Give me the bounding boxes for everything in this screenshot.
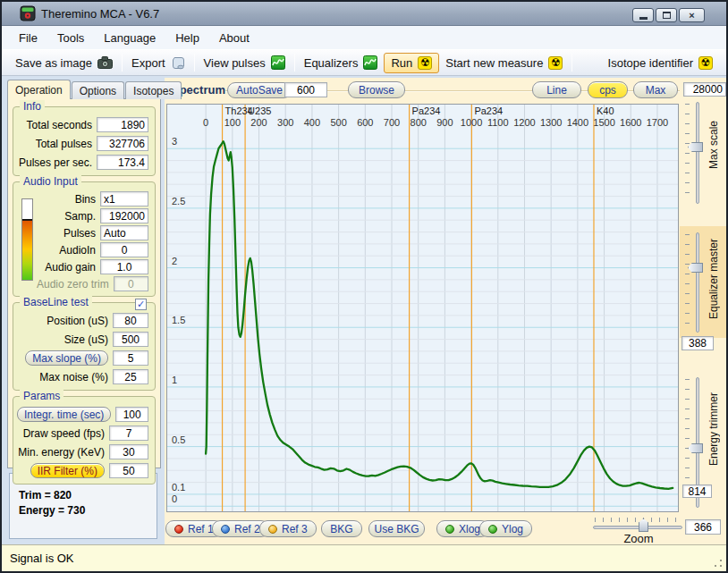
equalizer-master-label: Equalizer master <box>707 239 720 319</box>
operation-tab-page: InfoTotal seconds1890Total pulses327706P… <box>7 98 161 468</box>
zoom-slider-track[interactable] <box>593 526 682 529</box>
min-energy-kev-label: Min. energy (KeV) <box>18 446 105 459</box>
energy-trimmer-label: Energy trimmer <box>707 392 720 466</box>
run-button[interactable]: Run ☢ <box>384 53 439 73</box>
zoom-label: Zoom <box>615 532 662 545</box>
green-dot-icon <box>445 525 454 534</box>
tab-operation[interactable]: Operation <box>7 80 71 99</box>
menu-tools[interactable]: Tools <box>47 28 94 48</box>
pulses-label: Pulses <box>63 227 96 240</box>
y-axis-tick-label: 2 <box>172 256 177 266</box>
status-text: Signal is OK <box>10 552 74 565</box>
audio-group-title: Audio Input <box>20 175 81 188</box>
iir-filter-value[interactable]: 50 <box>109 463 148 478</box>
zoom-value[interactable]: 366 <box>685 519 721 535</box>
isotope-identifier-label: Isotope identifier <box>608 56 693 70</box>
audio-zero-trim-value[interactable]: 0 <box>114 276 148 291</box>
baseline-checkbox[interactable]: ✓ <box>135 299 147 310</box>
spectrum-plot: Th234U235Pa234Pa234K40010020030040050060… <box>167 105 678 511</box>
menu-file[interactable]: File <box>9 28 47 48</box>
audioin-label: AudioIn <box>59 244 96 257</box>
ref2-label: Ref 2 <box>234 523 260 535</box>
app-window: Theremino MCA - V6.7 × File Tools Langua… <box>0 0 728 573</box>
ylog-button[interactable]: Ylog <box>479 520 532 537</box>
x-axis-tick-label: 1100 <box>487 117 509 128</box>
integr-time-sec-button[interactable]: Integr. time (sec) <box>17 407 111 422</box>
max-noise-value[interactable]: 25 <box>113 369 148 384</box>
isotope-marker-label: U235 <box>248 105 271 116</box>
energy-trimmer-value[interactable]: 814 <box>682 485 712 498</box>
max-mode-button[interactable]: Max <box>633 81 678 98</box>
max-scale-value[interactable]: 28000 <box>683 82 726 97</box>
minimize-icon <box>639 17 648 20</box>
close-button[interactable]: × <box>679 8 705 22</box>
use-bkg-button[interactable]: Use BKG <box>368 520 425 537</box>
export-label: Export <box>131 56 165 70</box>
view-pulses-button[interactable]: View pulses <box>198 53 292 72</box>
isotope-identifier-button[interactable]: Isotope identifier ☢ <box>602 54 719 72</box>
browse-button[interactable]: Browse <box>348 81 405 98</box>
max-slope-button[interactable]: Max slope (%) <box>25 350 108 366</box>
toolbar-separator <box>194 54 195 72</box>
maximize-button[interactable] <box>656 8 677 22</box>
bins-value[interactable]: x1 <box>100 191 148 206</box>
baseline-group-title: BaseLine test <box>20 296 92 308</box>
iir-filter-button[interactable]: IIR Filter (%) <box>30 463 105 478</box>
size-us-label: Size (uS) <box>64 333 108 346</box>
x-axis-tick-label: 600 <box>357 117 373 128</box>
autosave-interval-input[interactable]: 600 <box>284 82 327 97</box>
x-axis-tick-label: 900 <box>436 117 453 128</box>
menu-language[interactable]: Language <box>94 28 165 48</box>
equalizers-button[interactable]: Equalizers <box>298 53 385 72</box>
params-group-title: Params <box>20 390 63 402</box>
audio-gain-value[interactable]: 1.0 <box>100 259 148 274</box>
y-axis-tick-label: 0.5 <box>172 434 185 445</box>
integr-time-sec-value[interactable]: 100 <box>115 407 148 422</box>
ref3-button[interactable]: Ref 3 <box>259 520 317 537</box>
energy-value: Energy = 730 <box>19 503 157 518</box>
minimize-button[interactable] <box>632 8 654 22</box>
camera-icon <box>97 56 113 69</box>
size-us-value[interactable]: 500 <box>113 332 148 347</box>
start-new-measure-label: Start new measure <box>445 56 543 70</box>
total-seconds-label: Total seconds <box>27 119 92 131</box>
info-group: InfoTotal seconds1890Total pulses327706P… <box>13 106 156 176</box>
x-axis-tick-label: 500 <box>330 117 346 128</box>
pulse-wave-icon <box>271 55 285 70</box>
min-energy-kev-value[interactable]: 30 <box>109 444 148 459</box>
toolbar-separator <box>571 54 572 72</box>
save-as-image-button[interactable]: Save as image <box>9 54 119 72</box>
export-button[interactable]: Export <box>125 54 191 72</box>
menu-about[interactable]: About <box>209 28 259 48</box>
equalizer-slider-track[interactable] <box>696 232 699 333</box>
total-pulses-value[interactable]: 327706 <box>97 136 148 151</box>
total-seconds-value[interactable]: 1890 <box>97 117 148 132</box>
params-group: ParamsIntegr. time (sec)100Draw speed (f… <box>13 396 156 485</box>
samp-value[interactable]: 192000 <box>100 208 148 223</box>
max-slope-value[interactable]: 5 <box>113 350 148 366</box>
pulses-value[interactable]: Auto <box>100 225 148 240</box>
pulses-per-sec-value[interactable]: 173.4 <box>97 155 148 170</box>
audio-level-meter <box>21 198 33 281</box>
cps-mode-button[interactable]: cps <box>588 81 628 98</box>
max-scale-slider-track[interactable] <box>696 102 699 204</box>
start-new-measure-button[interactable]: Start new measure ☢ <box>439 54 569 72</box>
x-axis-tick-label: 400 <box>304 117 320 128</box>
draw-speed-fps-value[interactable]: 7 <box>109 426 148 441</box>
menu-help[interactable]: Help <box>165 28 209 48</box>
tab-options[interactable]: Options <box>72 81 124 99</box>
tab-isotopes[interactable]: Isotopes <box>125 81 182 99</box>
resize-grip[interactable] <box>714 559 723 568</box>
ylog-label: Ylog <box>502 523 523 535</box>
position-us-value[interactable]: 80 <box>113 313 148 328</box>
equalizer-value[interactable]: 388 <box>681 336 714 350</box>
bkg-button[interactable]: BKG <box>321 520 362 537</box>
y-axis-tick-label: 3 <box>172 136 177 147</box>
autosave-button[interactable]: AutoSave <box>227 82 292 98</box>
audio-input-group: Audio InputBinsx1Samp.192000PulsesAutoAu… <box>13 181 156 297</box>
audioin-value[interactable]: 0 <box>100 242 148 257</box>
max-scale-label: Max scale <box>707 121 720 169</box>
ref3-label: Ref 3 <box>282 523 308 535</box>
line-mode-button[interactable]: Line <box>532 81 581 98</box>
green-dot-icon <box>488 525 497 534</box>
